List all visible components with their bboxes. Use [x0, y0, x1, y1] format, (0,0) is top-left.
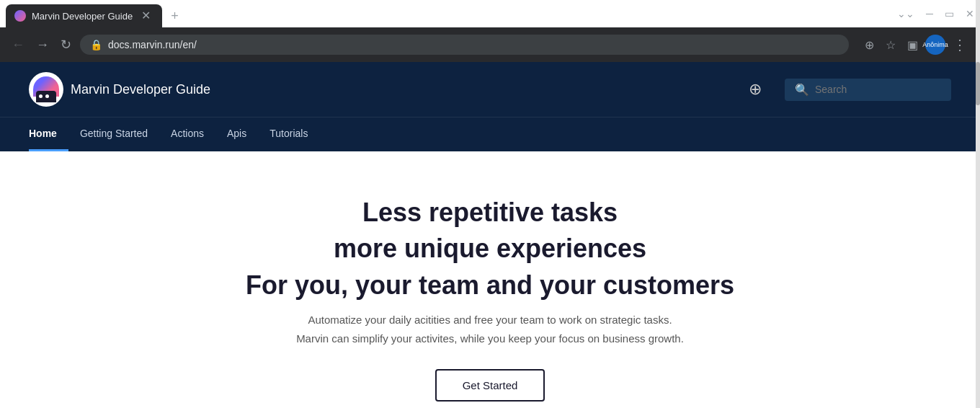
- browser-sidebar-icon[interactable]: ▣: [903, 34, 922, 56]
- url-text: docs.marvin.run/en/: [108, 39, 839, 50]
- translate-icon[interactable]: ⊕: [860, 34, 878, 56]
- hero-sub2: Marvin can simplify your activites, whil…: [296, 332, 684, 345]
- chevron-down-icon[interactable]: ⌄⌄: [897, 8, 914, 19]
- active-tab[interactable]: Marvin Developer Guide ✕: [6, 4, 162, 27]
- search-bar[interactable]: 🔍: [785, 79, 951, 101]
- logo-inner: [33, 76, 59, 102]
- tab-close-button[interactable]: ✕: [138, 9, 153, 23]
- get-started-button[interactable]: Get Started: [435, 369, 545, 402]
- hero-sub1: Automatize your daily acitities and free…: [308, 314, 672, 326]
- new-tab-button[interactable]: +: [165, 6, 184, 27]
- browser-menu-button[interactable]: ⋮: [948, 33, 971, 56]
- tab-title: Marvin Developer Guide: [32, 11, 133, 22]
- forward-button[interactable]: →: [33, 35, 52, 56]
- translate-icon[interactable]: ⊕: [749, 80, 762, 99]
- scrollbar[interactable]: [976, 0, 980, 408]
- toolbar-icons: ⊕ ☆ ▣ Anônima ⋮: [860, 33, 971, 56]
- maximize-button[interactable]: ▭: [945, 8, 954, 19]
- window-controls: ⌄⌄ ─ ▭ ✕: [897, 8, 974, 24]
- hero-title: Less repetitive tasks more unique experi…: [246, 195, 734, 303]
- search-icon: 🔍: [795, 83, 809, 97]
- nav-item-apis[interactable]: Apis: [215, 117, 258, 151]
- minimize-button[interactable]: ─: [926, 8, 933, 19]
- profile-button[interactable]: Anônima: [925, 35, 945, 55]
- back-button[interactable]: ←: [9, 35, 27, 56]
- hero-section: Less repetitive tasks more unique experi…: [0, 151, 980, 408]
- address-bar[interactable]: 🔒 docs.marvin.run/en/: [80, 35, 849, 55]
- close-window-button[interactable]: ✕: [966, 8, 974, 19]
- site-header: Marvin Developer Guide ⊕ 🔍 Home Getting …: [0, 62, 980, 151]
- reload-button[interactable]: ↻: [58, 34, 74, 56]
- site-nav-top: Marvin Developer Guide ⊕ 🔍: [0, 62, 980, 117]
- omnibox-bar: ← → ↻ 🔒 docs.marvin.run/en/ ⊕ ☆ ▣ Anônim…: [0, 27, 980, 62]
- site-title: Marvin Developer Guide: [71, 82, 210, 97]
- site-logo: Marvin Developer Guide: [29, 72, 210, 107]
- scrollbar-thumb: [976, 62, 980, 105]
- tab-favicon: [14, 10, 26, 22]
- logo-image: [29, 72, 63, 107]
- lock-icon: 🔒: [90, 39, 102, 50]
- logo-eye-left: [39, 94, 43, 98]
- tab-bar: Marvin Developer Guide ✕ + ⌄⌄ ─ ▭ ✕: [0, 0, 980, 27]
- nav-item-tutorials[interactable]: Tutorials: [258, 117, 319, 151]
- bookmark-icon[interactable]: ☆: [881, 34, 900, 56]
- nav-item-actions[interactable]: Actions: [159, 117, 215, 151]
- hero-line1: Less repetitive tasks: [362, 198, 618, 227]
- nav-item-getting-started[interactable]: Getting Started: [68, 117, 159, 151]
- site-nav: Home Getting Started Actions Apis Tutori…: [0, 117, 980, 151]
- hero-line2: more unique experiences: [334, 234, 646, 263]
- profile-label: Anônima: [922, 41, 948, 48]
- hero-subtitle: Automatize your daily acitities and free…: [296, 311, 684, 347]
- hero-line3: For you, your team and your customers: [246, 270, 734, 300]
- nav-item-home[interactable]: Home: [29, 117, 68, 151]
- search-input[interactable]: [815, 84, 941, 95]
- logo-eye-right: [45, 94, 49, 98]
- browser-chrome: Marvin Developer Guide ✕ + ⌄⌄ ─ ▭ ✕ ← → …: [0, 0, 980, 62]
